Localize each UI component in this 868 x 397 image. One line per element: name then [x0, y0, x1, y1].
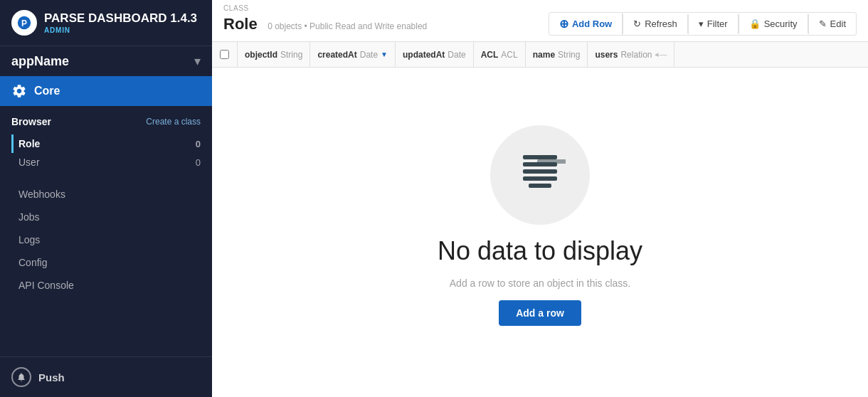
- class-count-role: 0: [196, 139, 201, 149]
- sidebar-header[interactable]: P PARSE DASHBOARD 1.4.3 ADMIN: [0, 0, 212, 46]
- edit-icon: ✎: [819, 18, 827, 29]
- class-name-role: Role: [18, 138, 40, 149]
- col-users[interactable]: users Relation ◂—: [588, 42, 674, 67]
- filter-button[interactable]: ▾ Filter: [689, 14, 739, 33]
- empty-state: No data to display Add a row to store an…: [212, 68, 868, 397]
- svg-rect-6: [529, 184, 551, 188]
- col-acl[interactable]: ACL ACL: [474, 42, 526, 67]
- col-objectid[interactable]: objectId String: [238, 42, 310, 67]
- push-label: Push: [38, 371, 65, 383]
- add-row-button[interactable]: ⊕ Add Row: [549, 13, 623, 35]
- sidebar-item-api-console[interactable]: API Console: [0, 274, 212, 297]
- no-data-icon: [514, 149, 566, 201]
- toolbar-container: CLASS Role 0 objects • Public Read and W…: [212, 0, 868, 42]
- security-button[interactable]: 🔒 Security: [739, 14, 808, 33]
- class-count-user: 0: [196, 157, 201, 168]
- class-name-user: User: [18, 157, 40, 168]
- empty-state-title: No data to display: [438, 236, 642, 266]
- svg-rect-5: [523, 176, 557, 181]
- app-logo: P: [11, 10, 37, 36]
- sidebar-item-webhooks[interactable]: Webhooks: [0, 183, 212, 206]
- class-item-role[interactable]: Role 0: [11, 134, 201, 153]
- sidebar-push-section[interactable]: Push: [0, 356, 212, 397]
- svg-text:P: P: [21, 18, 27, 28]
- svg-rect-2: [523, 155, 557, 159]
- add-row-icon: ⊕: [559, 17, 568, 31]
- sidebar: P PARSE DASHBOARD 1.4.3 ADMIN appName ▾ …: [0, 0, 212, 397]
- sort-icon: ▼: [381, 51, 388, 58]
- toolbar-left: Role 0 objects • Public Read and Write e…: [223, 15, 549, 33]
- admin-label: ADMIN: [44, 26, 201, 34]
- main-content: CLASS Role 0 objects • Public Read and W…: [212, 0, 868, 397]
- browser-section: Browser Create a class Role 0 User 0: [0, 106, 212, 176]
- app-title-block: PARSE DASHBOARD 1.4.3 ADMIN: [44, 11, 201, 33]
- filter-icon: ▾: [699, 18, 704, 29]
- app-name: appName: [11, 54, 194, 69]
- add-row-cta-button[interactable]: Add a row: [499, 300, 581, 326]
- lock-icon: 🔒: [749, 18, 761, 29]
- col-createdat[interactable]: createdAt Date ▼: [310, 42, 396, 67]
- svg-rect-4: [523, 169, 557, 174]
- app-title: PARSE DASHBOARD 1.4.3: [44, 11, 201, 26]
- push-icon: [11, 367, 31, 387]
- sidebar-item-config[interactable]: Config: [0, 251, 212, 274]
- app-name-row[interactable]: appName ▾: [0, 46, 212, 76]
- select-all-checkbox[interactable]: [212, 42, 238, 67]
- col-updatedat[interactable]: updatedAt Date: [396, 42, 474, 67]
- app-arrow-icon: ▾: [194, 53, 201, 69]
- column-headers: objectId String createdAt Date ▼ updated…: [212, 42, 868, 68]
- class-section-label: CLASS: [212, 0, 868, 12]
- toolbar-actions: ⊕ Add Row ↻ Refresh ▾ Filter 🔒 Security: [549, 12, 857, 36]
- refresh-button[interactable]: ↻ Refresh: [623, 14, 688, 33]
- sidebar-item-logs[interactable]: Logs: [0, 228, 212, 251]
- checkbox-all[interactable]: [220, 50, 229, 59]
- col-name[interactable]: name String: [526, 42, 588, 67]
- browser-label: Browser: [11, 116, 51, 127]
- class-list: Role 0 User 0: [11, 134, 201, 171]
- browser-header: Browser Create a class: [11, 116, 201, 127]
- empty-state-icon-circle: [490, 125, 590, 225]
- col-users-arrow: ◂—: [655, 50, 667, 59]
- class-meta: 0 objects • Public Read and Write enable…: [268, 21, 427, 31]
- svg-rect-7: [537, 159, 566, 164]
- refresh-icon: ↻: [633, 18, 641, 29]
- empty-state-subtitle: Add a row to store an object in this cla…: [450, 277, 630, 289]
- class-name: Role: [223, 15, 258, 33]
- gear-icon: [11, 83, 27, 99]
- sidebar-nav: Webhooks Jobs Logs Config API Console: [0, 176, 212, 304]
- edit-button[interactable]: ✎ Edit: [809, 14, 856, 33]
- sidebar-item-jobs[interactable]: Jobs: [0, 206, 212, 228]
- create-class-button[interactable]: Create a class: [146, 117, 201, 127]
- core-label: Core: [34, 85, 60, 97]
- toolbar: Role 0 objects • Public Read and Write e…: [212, 12, 868, 41]
- class-item-user[interactable]: User 0: [11, 153, 201, 171]
- sidebar-core-section[interactable]: Core: [0, 76, 212, 106]
